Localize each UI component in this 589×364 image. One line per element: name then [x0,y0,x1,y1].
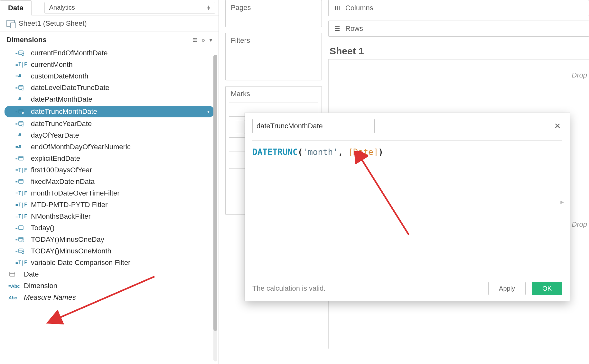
marks-size[interactable] [229,137,245,151]
dimension-item[interactable]: =#customDateMonth [0,70,219,82]
dimension-item[interactable]: =#datePartMonthDate [0,94,219,105]
dimension-item[interactable]: =T|FNMonthsBackFilter [0,211,219,222]
dimension-item[interactable]: =T|FcurrentMonth [0,59,219,70]
dimension-item[interactable]: =dateLevelDateTruncDate [0,82,219,94]
calc-boolean-icon: =T|F [15,202,26,208]
dimensions-menu-icon[interactable]: ▾ [210,37,212,43]
svg-rect-45 [10,272,15,276]
dimension-label: MTD-PMTD-PYTD Fitler [31,201,108,209]
dimension-label: dateTruncYearDate [31,120,92,128]
svg-text:=: = [15,180,18,184]
dimension-label: currentEndOfMonthDate [31,49,108,57]
calc-date-icon: = [15,225,26,231]
dimension-item[interactable]: =#dayOfYearDate [0,130,219,141]
pages-shelf[interactable]: Pages [225,0,322,27]
calc-date-icon: = [15,156,26,161]
token-function: DATETRUNC [252,147,298,157]
calc-number-icon: =# [15,73,26,79]
calc-date-icon: = [15,248,26,254]
dimension-label: variable Date Comparison Filter [31,259,130,267]
rows-icon [334,25,341,32]
calc-boolean-icon: =T|F [15,190,26,196]
svg-text:=: = [15,51,18,55]
dimension-label: customDateMonth [31,72,89,80]
dimension-label: endOfMonthDayOfYearNumeric [31,143,131,151]
dimension-item[interactable]: =currentEndOfMonthDate [0,47,219,59]
dimension-item[interactable]: =TODAY()MinusOneMonth [0,245,219,257]
dimension-item[interactable]: =AbcDimension [0,280,219,292]
filters-shelf[interactable]: Filters [225,33,322,80]
marks-color[interactable] [229,120,245,134]
dimension-label: Date [24,270,39,278]
dimension-label: fixedMaxDateinData [31,177,95,186]
calc-date-icon: = [15,85,26,91]
tab-analytics[interactable]: Analytics ▲▼ [44,2,215,14]
scrollbar[interactable] [213,55,217,361]
search-icon[interactable]: ⌕ [202,37,205,43]
apply-button[interactable]: Apply [488,282,526,295]
dimension-label: Dimension [24,282,57,290]
marks-detail[interactable] [229,155,245,169]
expand-icon[interactable]: ▶ [560,198,564,206]
dimension-item[interactable]: =T|FmonthToDateOverTimeFilter [0,187,219,199]
token-string: 'month' [303,147,338,157]
calc-name-input[interactable] [252,119,375,133]
scrollbar-thumb[interactable] [213,55,217,331]
dimension-label: first100DaysOfYear [31,166,92,174]
view-data-icon[interactable]: ☷ [193,37,197,43]
ok-button[interactable]: OK [532,282,562,295]
marks-label: Marks [226,86,322,101]
calc-boolean-icon: =T|F [15,260,26,266]
svg-text:=: = [15,122,18,126]
dimension-label: dateLevelDateTruncDate [31,84,109,92]
calc-number-icon: =# [15,144,26,150]
svg-text:=: = [15,238,18,242]
dimension-item[interactable]: =explicitEndDate [0,153,219,164]
dimension-item[interactable]: =T|Ffirst100DaysOfYear [0,164,219,176]
dimension-label: Today() [31,224,54,232]
data-pane: Data Analytics ▲▼ Sheet1 (Setup Sheet) D… [0,0,219,364]
columns-label: Columns [345,4,373,12]
dimension-item[interactable]: =dateTruncYearDate [0,118,219,130]
calculation-editor: ✕ DATETRUNC('month', [Date]) ▶ The calcu… [245,113,570,301]
dimension-label: dayOfYearDate [31,131,79,140]
divider [252,140,562,141]
dimension-item[interactable]: AbcMeasure Names [0,292,219,303]
close-icon[interactable]: ✕ [553,120,562,132]
svg-text:=: = [15,249,18,253]
calc-boolean-icon: =T|F [15,167,26,173]
svg-rect-28 [19,179,23,183]
dimension-item[interactable]: =T|Fvariable Date Comparison Filter [0,257,219,268]
datasource-row[interactable]: Sheet1 (Setup Sheet) [0,15,219,32]
calc-formula-editor[interactable]: DATETRUNC('month', [Date]) ▶ [252,146,562,277]
dimensions-header: Dimensions ☷ ⌕ ▾ [0,32,219,46]
dimension-item[interactable]: =TODAY()MinusOneDay [0,234,219,245]
token-open-paren: ( [298,147,303,157]
dimension-item[interactable]: Date [0,268,219,280]
svg-text:=: = [15,86,18,90]
dimension-label: currentMonth [31,60,73,69]
dimension-item[interactable]: =fixedMaxDateinData [0,176,219,187]
dimension-item[interactable]: =T|FMTD-PMTD-PYTD Fitler [0,199,219,211]
dimension-label: TODAY()MinusOneDay [31,235,104,244]
rows-shelf[interactable]: Rows [328,21,589,37]
token-field: [Date] [348,147,378,157]
svg-text:=: = [15,226,18,230]
dimension-item[interactable]: =#endOfMonthDayOfYearNumeric [0,141,219,153]
sort-icon: ▲▼ [207,5,210,10]
calc-boolean-icon: =T|F [15,62,26,68]
columns-shelf[interactable]: Columns [328,0,589,16]
string-icon: Abc [8,295,19,300]
datasource-name: Sheet1 (Setup Sheet) [19,19,87,28]
tab-data[interactable]: Data [0,0,32,15]
pages-label: Pages [226,0,322,27]
dimension-label: TODAY()MinusOneMonth [31,247,111,255]
svg-text:=: = [15,157,18,161]
rows-label: Rows [345,24,363,33]
calc-number-icon: =# [15,132,26,138]
svg-rect-31 [19,226,23,230]
dimension-item[interactable]: =dateTruncMonthDate [5,106,214,117]
dimension-item[interactable]: =Today() [0,222,219,234]
calc-date-icon: = [15,121,26,127]
sheet-title: Sheet 1 [328,41,589,59]
